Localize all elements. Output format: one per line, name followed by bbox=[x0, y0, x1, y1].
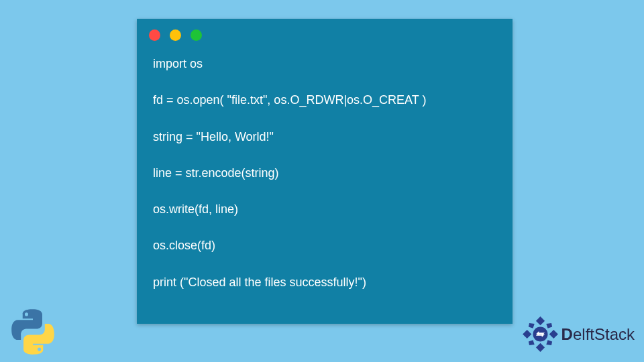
svg-marker-1 bbox=[536, 343, 545, 352]
delftstack-logo-icon bbox=[522, 316, 559, 353]
close-icon bbox=[149, 29, 160, 41]
code-line: import os bbox=[153, 56, 496, 72]
svg-marker-4 bbox=[529, 323, 535, 328]
code-line: print ("Closed all the files successfull… bbox=[153, 274, 496, 290]
code-line: os.write(fd, line) bbox=[153, 201, 496, 217]
code-line: line = str.encode(string) bbox=[153, 165, 496, 181]
svg-marker-7 bbox=[546, 340, 552, 345]
python-logo-icon bbox=[9, 308, 56, 355]
brand-name: DelftStack bbox=[561, 325, 635, 344]
svg-marker-6 bbox=[529, 340, 535, 345]
svg-marker-2 bbox=[523, 330, 531, 339]
minimize-icon bbox=[170, 29, 181, 41]
code-line: string = "Hello, World!" bbox=[153, 129, 496, 145]
svg-marker-3 bbox=[549, 330, 557, 339]
maximize-icon bbox=[191, 29, 202, 41]
svg-marker-5 bbox=[546, 323, 552, 328]
code-line: fd = os.open( "file.txt", os.O_RDWR|os.O… bbox=[153, 92, 496, 108]
svg-marker-0 bbox=[536, 316, 545, 325]
code-window: import os fd = os.open( "file.txt", os.O… bbox=[137, 19, 513, 324]
delftstack-brand: DelftStack bbox=[522, 316, 635, 353]
window-titlebar bbox=[137, 19, 513, 46]
code-line: os.close(fd) bbox=[153, 237, 496, 253]
code-body: import os fd = os.open( "file.txt", os.O… bbox=[137, 46, 513, 290]
